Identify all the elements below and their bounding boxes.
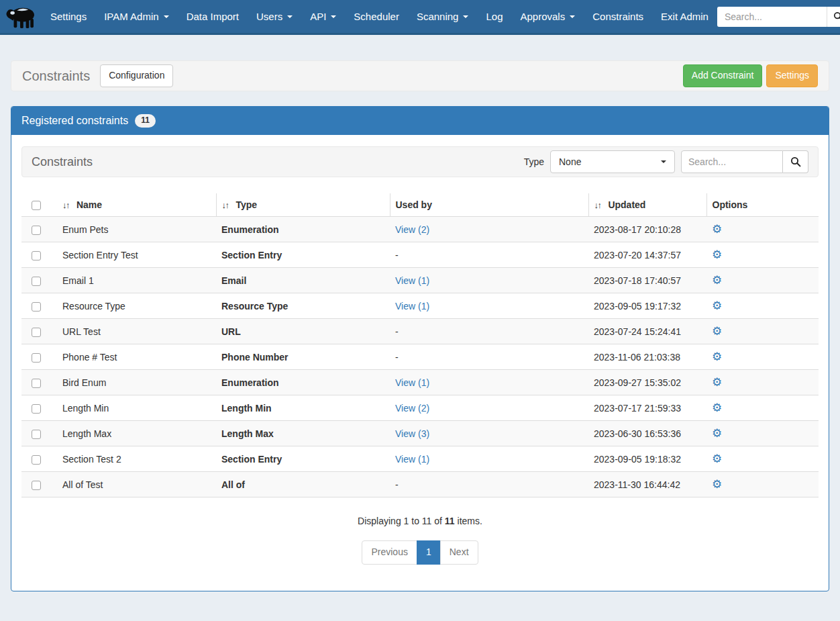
row-updated: 2023-09-05 19:18:32	[588, 446, 706, 472]
column-header-checkbox[interactable]	[21, 193, 57, 217]
row-name: Section Test 2	[57, 446, 216, 472]
table-row: Bird Enum Enumeration View (1) 2023-09-2…	[21, 370, 819, 395]
row-checkbox[interactable]	[32, 251, 41, 260]
table-toolbar: Constraints Type None	[21, 146, 819, 177]
table-header-row: ↓↑ Name ↓↑ Type Used by ↓↑ Updated Optio…	[21, 193, 819, 217]
page-title: Constraints	[22, 68, 90, 84]
caret-down-icon	[570, 15, 575, 18]
nav-item-log[interactable]: Log	[477, 0, 511, 33]
row-type: Enumeration	[216, 370, 390, 395]
toolbar-title: Constraints	[32, 155, 93, 169]
app-logo[interactable]	[0, 0, 42, 33]
nav-item-scanning[interactable]: Scanning	[408, 0, 478, 33]
gear-icon[interactable]: ⚙	[712, 401, 722, 414]
panel-title: Registered constraints	[21, 113, 128, 128]
row-updated: 2023-09-27 15:35:02	[588, 370, 706, 395]
nav-item-label: Users	[256, 11, 282, 22]
used-by-link[interactable]: View (1)	[395, 377, 429, 388]
gear-icon[interactable]: ⚙	[712, 324, 722, 338]
used-by-link[interactable]: View (3)	[395, 428, 429, 439]
nav-item-label: API	[310, 11, 326, 22]
type-select[interactable]: None	[550, 150, 675, 173]
used-by-link[interactable]: View (1)	[395, 454, 429, 465]
column-header-name[interactable]: ↓↑ Name	[57, 193, 216, 217]
nav-item-approvals[interactable]: Approvals	[512, 0, 584, 33]
nav-item-api[interactable]: API	[301, 0, 345, 33]
row-checkbox[interactable]	[32, 430, 41, 439]
column-header-type[interactable]: ↓↑ Type	[216, 193, 390, 217]
gear-icon[interactable]: ⚙	[712, 273, 722, 287]
table-row: Section Entry Test Section Entry - 2023-…	[21, 242, 819, 268]
table-row: Length Max Length Max View (3) 2023-06-3…	[21, 421, 819, 446]
used-by-empty: -	[395, 352, 399, 363]
nav-item-ipam-admin[interactable]: IPAM Admin	[95, 0, 177, 33]
search-icon	[833, 11, 840, 21]
select-all-checkbox[interactable]	[32, 201, 41, 210]
row-checkbox[interactable]	[32, 353, 41, 363]
table-search	[681, 150, 808, 173]
row-checkbox[interactable]	[32, 277, 41, 286]
displaying-suffix: items.	[458, 516, 482, 526]
nav-item-users[interactable]: Users	[248, 0, 301, 33]
row-name: Length Min	[57, 395, 216, 421]
navbar-search-button[interactable]	[827, 7, 840, 27]
row-type: Email	[216, 268, 390, 293]
gear-icon[interactable]: ⚙	[712, 299, 722, 312]
gear-icon[interactable]: ⚙	[712, 222, 722, 236]
used-by-link[interactable]: View (1)	[395, 275, 429, 286]
pagination-page-1[interactable]: 1	[417, 540, 441, 565]
row-checkbox[interactable]	[32, 379, 41, 388]
row-checkbox[interactable]	[32, 302, 41, 312]
navbar-search-input[interactable]	[717, 7, 827, 27]
gear-icon[interactable]: ⚙	[712, 350, 722, 363]
nav-item-label: Data Import	[187, 11, 239, 22]
nav-item-data-import[interactable]: Data Import	[178, 0, 248, 33]
sort-icon: ↓↑	[594, 200, 601, 210]
caret-down-icon	[164, 15, 169, 18]
pagination-next[interactable]: Next	[440, 540, 478, 565]
panel-heading: Registered constraints 11	[11, 107, 829, 135]
nav-item-settings[interactable]: Settings	[42, 0, 95, 33]
pagination-previous[interactable]: Previous	[362, 540, 417, 565]
tapir-logo-icon	[4, 4, 38, 30]
used-by-empty: -	[395, 479, 399, 490]
type-filter-label: Type	[524, 156, 544, 167]
column-header-label: Used by	[396, 199, 432, 210]
used-by-link[interactable]: View (2)	[395, 403, 429, 414]
row-updated: 2023-11-30 16:44:42	[588, 472, 706, 497]
column-header-used-by[interactable]: Used by	[390, 193, 588, 217]
row-checkbox[interactable]	[32, 404, 41, 414]
column-header-label: Type	[235, 199, 257, 210]
nav-item-scheduler[interactable]: Scheduler	[345, 0, 408, 33]
row-type: Phone Number	[216, 344, 390, 370]
gear-icon[interactable]: ⚙	[712, 477, 722, 491]
row-checkbox[interactable]	[32, 226, 41, 235]
row-name: Length Max	[57, 421, 216, 446]
panel-body: Constraints Type None	[11, 135, 829, 591]
table-row: All of Test All of - 2023-11-30 16:44:42…	[21, 472, 819, 497]
gear-icon[interactable]: ⚙	[712, 248, 722, 261]
row-name: Resource Type	[57, 293, 216, 319]
row-type: All of	[216, 472, 390, 497]
add-constraint-button[interactable]: Add Constraint	[683, 64, 763, 87]
search-icon	[790, 156, 801, 167]
used-by-link[interactable]: View (2)	[395, 224, 429, 235]
toolbar-controls: Type None	[524, 150, 808, 173]
page-header: Constraints Configuration Add Constraint…	[11, 60, 829, 91]
row-checkbox[interactable]	[32, 455, 41, 465]
configuration-button[interactable]: Configuration	[100, 64, 173, 87]
column-header-updated[interactable]: ↓↑ Updated	[588, 193, 706, 217]
used-by-link[interactable]: View (1)	[395, 301, 429, 312]
nav-item-constraints[interactable]: Constraints	[584, 0, 652, 33]
row-checkbox[interactable]	[32, 328, 41, 337]
settings-button[interactable]: Settings	[766, 64, 818, 87]
gear-icon[interactable]: ⚙	[712, 452, 722, 465]
gear-icon[interactable]: ⚙	[712, 375, 722, 389]
nav-item-label: IPAM Admin	[104, 11, 158, 22]
gear-icon[interactable]: ⚙	[712, 426, 722, 440]
table-search-button[interactable]	[783, 150, 808, 173]
table-search-input[interactable]	[681, 150, 783, 173]
column-header-options[interactable]: Options	[706, 193, 819, 217]
nav-item-exit-admin[interactable]: Exit Admin	[652, 0, 717, 33]
row-checkbox[interactable]	[32, 481, 41, 490]
